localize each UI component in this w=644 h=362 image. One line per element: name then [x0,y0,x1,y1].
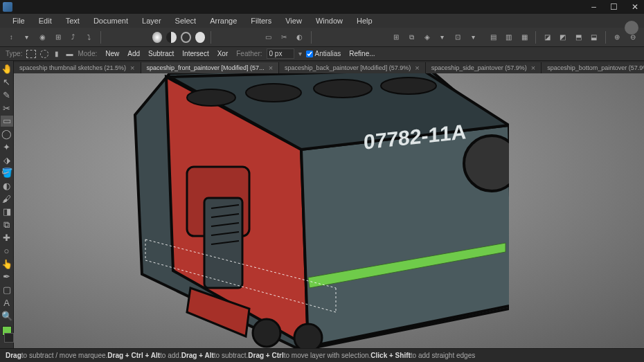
menu-filters[interactable]: Filters [244,15,278,26]
document-tab[interactable]: spaceship_side_paintover (57.9%)× [426,62,542,73]
menu-view[interactable]: View [278,15,309,26]
dropdown-icon[interactable]: ▾ [298,50,302,57]
arrange-icon[interactable]: ◩ [557,31,569,44]
assist-icon[interactable]: ◈ [421,31,432,44]
status-bar: Drag to subtract / move marquee. Drag + … [0,348,644,362]
arrange-icon[interactable]: ◪ [542,31,553,44]
tools-panel: 🤚 ↖ ✎ ✂ ▭ ◯ ✦ ⬗ 🪣 ◐ 🖌 ◨ ⧉ ✚ ○ 👆 ✒ ▢ A 🔍 [0,61,14,348]
menu-arrange[interactable]: Arrange [203,15,244,26]
align-icon[interactable]: ▦ [519,31,530,44]
rect-select-icon[interactable] [26,50,36,58]
insert-icon[interactable]: ⊕ [611,31,623,44]
snap-icon[interactable]: ⧉ [406,31,417,44]
document-tabs: spaceship thumbnail sketches (21.5%)×spa… [14,61,644,73]
menu-help[interactable]: Help [350,15,379,26]
gradient-tool[interactable]: ◐ [1,181,13,192]
tool-icon[interactable]: ⊞ [52,31,63,44]
antialias-input[interactable] [306,51,313,57]
selection-tool[interactable]: ▭ [1,116,13,127]
tab-close-icon[interactable]: × [415,64,419,72]
magic-wand[interactable]: ✦ [1,141,13,152]
eraser-tool[interactable]: ◨ [1,206,13,217]
document-tab[interactable]: spaceship_back_paintover [Modified] (57.… [279,62,426,73]
document-tab[interactable]: spaceship_front_paintover [Modified] (57… [141,62,280,73]
mode-intersect[interactable]: Intersect [178,49,213,58]
maximize-button[interactable]: ☐ [607,2,620,12]
menu-edit[interactable]: Edit [32,15,59,26]
mode-new[interactable]: New [101,49,123,58]
pen-tool[interactable]: ✒ [1,271,13,282]
menubar: FileEditTextDocumentLayerSelectArrangeFi… [0,14,644,28]
heal-tool[interactable]: ✚ [1,233,13,244]
tab-close-icon[interactable]: × [531,64,535,72]
svg-point-0 [187,89,235,106]
svg-point-12 [294,324,322,348]
svg-point-3 [381,78,436,94]
grid-icon[interactable]: ⊞ [390,31,401,44]
canvas[interactable]: 07782-11A [14,73,644,348]
document-tab[interactable]: spaceship thumbnail sketches (21.5%)× [14,62,141,73]
tool-icon[interactable]: ◉ [37,31,48,44]
crop-tool[interactable]: ✂ [1,102,13,114]
minimize-button[interactable]: – [589,2,599,12]
svg-point-1 [246,84,301,102]
selection-icon[interactable]: ▭ [262,31,274,44]
align-icon[interactable]: ▤ [488,31,499,44]
dropdown-icon[interactable]: ▾ [21,31,32,44]
crop-icon[interactable]: ✂ [278,31,289,44]
color-picker[interactable]: ✎ [1,89,13,100]
menu-text[interactable]: Text [59,15,87,26]
move-tool[interactable]: ↖ [1,77,13,88]
main-toolbar: ↕ ▾ ◉ ⊞ ⤴ ⤵ ▭ ✂ ◐ ⊞ ⧉ ◈ ▾ ⊡ ▾ ▤ ▥ ▦ ◪ ◩ … [0,28,644,47]
mode-xor[interactable]: Xor [213,49,233,58]
text-tool[interactable]: A [1,297,13,308]
arrange-icon[interactable]: ⬓ [589,31,600,44]
mode-subtract[interactable]: Subtract [144,49,178,58]
share-icon[interactable]: ⤵ [83,31,94,44]
dropdown-icon[interactable]: ▾ [468,31,479,44]
user-avatar[interactable] [625,21,638,35]
lock-icon[interactable]: ⊡ [452,31,463,44]
menu-select[interactable]: Select [168,15,204,26]
close-button[interactable]: ✕ [629,2,641,12]
blend-half[interactable] [166,32,177,43]
mask-icon[interactable]: ◐ [294,31,305,44]
svg-point-2 [314,80,372,98]
blend-normal[interactable] [152,32,163,43]
smudge-tool[interactable]: 👆 [1,258,13,269]
blend-outline[interactable] [181,32,191,43]
menu-window[interactable]: Window [309,15,350,26]
menu-layer[interactable]: Layer [135,15,168,26]
move-tool-icon[interactable]: ↕ [6,31,17,44]
menu-file[interactable]: File [6,15,32,26]
tool-icon[interactable]: ⤴ [68,31,79,44]
tab-close-icon[interactable]: × [269,64,273,72]
dropdown-icon[interactable]: ▾ [437,31,448,44]
feather-input[interactable] [267,48,294,59]
background-color[interactable] [4,333,14,343]
view-tool[interactable]: 🤚 [1,64,13,75]
shape-tool[interactable]: ▢ [1,284,13,296]
menu-document[interactable]: Document [87,15,135,26]
artwork: 07782-11A [66,73,509,348]
fill-tool[interactable]: 🪣 [1,168,13,179]
context-toolbar: Type: ▮ ▬ Mode: NewAddSubtractIntersectX… [0,47,644,61]
document-tab[interactable]: spaceship_bottom_paintover (57.9%)× [542,62,644,73]
feather-label: Feather: [236,50,262,57]
ellipse-select-icon[interactable] [40,50,48,58]
flood-select[interactable]: ⬗ [1,154,13,165]
arrange-icon[interactable]: ⬒ [573,31,584,44]
lasso-tool[interactable]: ◯ [1,129,13,140]
tab-close-icon[interactable]: × [130,64,134,72]
mode-add[interactable]: Add [123,49,144,58]
column-select-icon[interactable]: ▮ [53,48,61,60]
dodge-tool[interactable]: ○ [1,246,13,257]
align-icon[interactable]: ▥ [503,31,515,44]
zoom-tool[interactable]: 🔍 [1,310,13,321]
clone-tool[interactable]: ⧉ [1,219,13,230]
brush-tool[interactable]: 🖌 [1,193,13,204]
antialias-checkbox[interactable]: Antialias [306,50,341,57]
row-select-icon[interactable]: ▬ [65,48,73,60]
refine-button[interactable]: Refine... [345,49,379,58]
blend-solid[interactable] [195,32,206,43]
